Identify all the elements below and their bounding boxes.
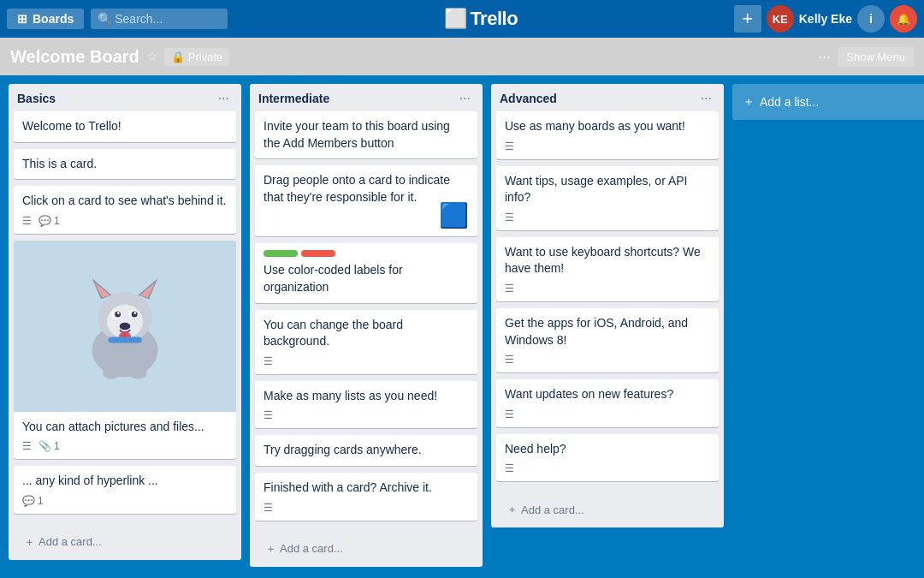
card-footer-a1: ☰ bbox=[505, 140, 710, 152]
plus-icon-add-list: ＋ bbox=[743, 94, 755, 110]
card-text-a1: Use as many boards as you want! bbox=[505, 118, 710, 135]
list-title-advanced: Advanced bbox=[500, 92, 557, 105]
card-b5[interactable]: ... any kind of hyperlink ... 💬 1 bbox=[14, 466, 236, 514]
card-text-b2: This is a card. bbox=[22, 156, 228, 173]
board-title: Welcome Board bbox=[10, 47, 139, 67]
card-a2[interactable]: Want tips, usage examples, or API info? … bbox=[496, 166, 719, 230]
svg-rect-16 bbox=[108, 337, 141, 343]
list-menu-button-basics[interactable]: ··· bbox=[215, 91, 233, 106]
card-a4[interactable]: Get the apps for iOS, Android, and Windo… bbox=[496, 308, 719, 372]
privacy-label: Private bbox=[188, 51, 222, 63]
card-a6[interactable]: Need help? ☰ bbox=[496, 434, 719, 482]
trello-logo-icon: ⬜ bbox=[444, 8, 467, 30]
card-b3[interactable]: Click on a card to see what's behind it.… bbox=[14, 186, 236, 234]
desc-icon-i4: ☰ bbox=[264, 355, 273, 367]
card-b1[interactable]: Welcome to Trello! bbox=[14, 111, 236, 142]
avatar-initials: KE bbox=[773, 13, 788, 26]
lock-icon: 🔒 bbox=[171, 51, 185, 63]
svg-point-12 bbox=[134, 312, 137, 314]
card-i4[interactable]: You can change the board background. ☰ bbox=[255, 310, 477, 374]
card-text-b3: Click on a card to see what's behind it. bbox=[22, 193, 228, 210]
card-text-i4: You can change the board background. bbox=[264, 317, 469, 350]
desc-icon-a3: ☰ bbox=[505, 283, 514, 295]
add-card-advanced: ＋ Add a card... bbox=[491, 493, 724, 527]
add-list-label: Add a list... bbox=[760, 95, 819, 109]
notifications-button[interactable]: 🔔 bbox=[890, 5, 917, 33]
card-footer-a3: ☰ bbox=[505, 283, 710, 295]
card-a1[interactable]: Use as many boards as you want! ☰ bbox=[496, 111, 719, 159]
card-text-a6: Need help? bbox=[505, 441, 710, 458]
comment-icon-b3: 💬 1 bbox=[38, 215, 60, 227]
trello-card-icon-i2: 🟦 bbox=[439, 201, 469, 229]
label-green-i3 bbox=[264, 250, 298, 257]
card-text-a5: Want updates on new features? bbox=[505, 386, 710, 403]
card-i2[interactable]: Drag people onto a card to indicate that… bbox=[255, 165, 477, 236]
info-button[interactable]: i bbox=[857, 5, 885, 33]
desc-icon-i7: ☰ bbox=[264, 502, 273, 514]
card-footer-b3: ☰ 💬 1 bbox=[22, 215, 228, 227]
card-text-i7: Finished with a card? Archive it. bbox=[264, 480, 469, 497]
board-header-right: ··· Show Menu bbox=[818, 47, 914, 67]
add-card-button-basics[interactable]: ＋ Add a card... bbox=[17, 531, 233, 553]
card-text-b1: Welcome to Trello! bbox=[22, 118, 228, 135]
card-b4[interactable]: You can attach pictures and files... ☰ 📎… bbox=[14, 241, 236, 460]
add-card-button-intermediate[interactable]: ＋ Add a card... bbox=[258, 538, 474, 560]
card-footer-i5: ☰ bbox=[264, 409, 469, 421]
plus-icon-basics: ＋ bbox=[24, 534, 35, 550]
add-card-label-intermediate: Add a card... bbox=[280, 542, 343, 555]
search-wrapper: 🔍 bbox=[91, 9, 228, 29]
list-menu-button-advanced[interactable]: ··· bbox=[697, 91, 715, 106]
add-card-button-advanced[interactable]: ＋ Add a card... bbox=[500, 498, 715, 521]
card-text-b5: ... any kind of hyperlink ... bbox=[22, 473, 228, 490]
svg-point-17 bbox=[103, 366, 121, 378]
card-text-i3: Use color-coded labels for organization bbox=[264, 262, 469, 295]
card-text-b4: You can attach pictures and files... bbox=[22, 419, 228, 436]
desc-icon-a5: ☰ bbox=[505, 408, 514, 420]
card-text-i5: Make as many lists as you need! bbox=[264, 388, 469, 405]
label-red-i3 bbox=[301, 250, 335, 257]
plus-icon-intermediate: ＋ bbox=[265, 541, 276, 557]
list-menu-button-intermediate[interactable]: ··· bbox=[456, 91, 474, 106]
card-i6[interactable]: Try dragging cards anywhere. bbox=[255, 435, 477, 466]
user-name: Kelly Eke bbox=[799, 12, 852, 26]
add-button[interactable]: + bbox=[734, 5, 761, 33]
star-icon[interactable]: ☆ bbox=[146, 49, 157, 64]
card-footer-a2: ☰ bbox=[505, 212, 710, 223]
plus-icon: + bbox=[742, 8, 753, 30]
desc-icon-a1: ☰ bbox=[505, 140, 514, 152]
card-i7[interactable]: Finished with a card? Archive it. ☰ bbox=[255, 473, 477, 521]
list-header-basics: Basics ··· bbox=[9, 84, 241, 111]
card-footer-i7: ☰ bbox=[264, 502, 469, 514]
svg-point-11 bbox=[117, 312, 120, 314]
bell-icon: 🔔 bbox=[897, 13, 910, 26]
boards-label: Boards bbox=[33, 12, 74, 26]
card-a3[interactable]: Want to use keyboard shortcuts? We have … bbox=[496, 237, 719, 301]
svg-point-13 bbox=[120, 323, 131, 330]
list-title-intermediate: Intermediate bbox=[258, 92, 329, 105]
info-icon: i bbox=[869, 12, 873, 26]
list-header-advanced: Advanced ··· bbox=[491, 84, 724, 111]
list-header-intermediate: Intermediate ··· bbox=[250, 84, 483, 111]
avatar[interactable]: KE bbox=[767, 5, 794, 33]
privacy-button[interactable]: 🔒 Private bbox=[164, 48, 229, 66]
search-input[interactable] bbox=[91, 9, 228, 29]
desc-icon-i5: ☰ bbox=[264, 409, 273, 421]
card-footer-a5: ☰ bbox=[505, 408, 710, 420]
boards-button[interactable]: ⊞ Boards bbox=[7, 9, 84, 29]
plus-icon-advanced: ＋ bbox=[506, 502, 518, 517]
list-cards-intermediate: Invite your team to this board using the… bbox=[250, 111, 483, 533]
card-i1[interactable]: Invite your team to this board using the… bbox=[255, 111, 477, 158]
show-menu-button[interactable]: Show Menu bbox=[838, 47, 914, 67]
card-footer-b4: ☰ 📎 1 bbox=[22, 440, 228, 452]
add-list-button[interactable]: ＋ Add a list... bbox=[732, 84, 924, 120]
comment-icon-b5: 💬 1 bbox=[22, 495, 44, 507]
svg-point-18 bbox=[129, 366, 147, 378]
card-a5[interactable]: Want updates on new features? ☰ bbox=[496, 379, 719, 427]
more-options-icon[interactable]: ··· bbox=[818, 48, 831, 66]
card-text-a3: Want to use keyboard shortcuts? We have … bbox=[505, 244, 710, 277]
card-b2[interactable]: This is a card. bbox=[14, 149, 236, 180]
card-i3[interactable]: Use color-coded labels for organization bbox=[255, 243, 477, 302]
card-footer-a4: ☰ bbox=[505, 354, 710, 366]
card-i5[interactable]: Make as many lists as you need! ☰ bbox=[255, 381, 477, 429]
list-cards-basics: Welcome to Trello! This is a card. Click… bbox=[9, 111, 241, 526]
